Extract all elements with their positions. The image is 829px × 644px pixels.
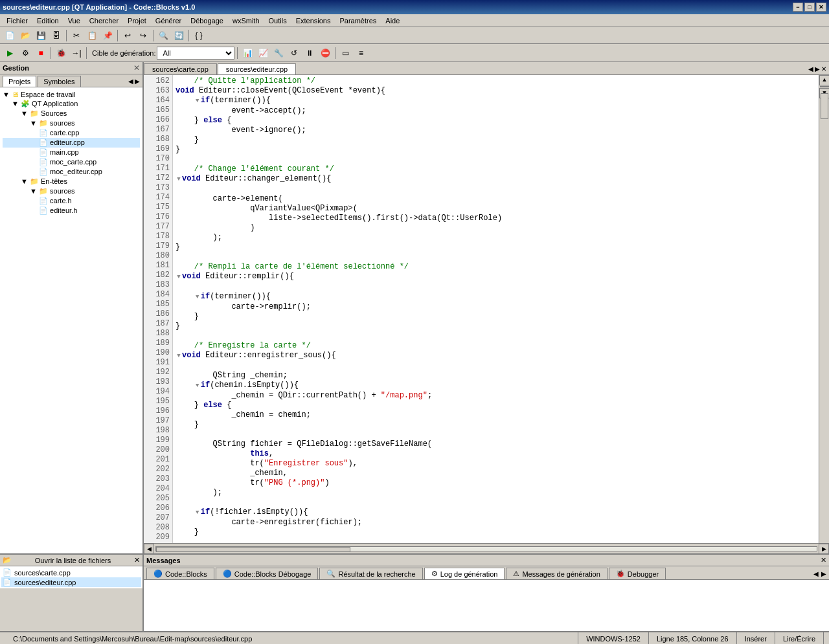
file-moc-editeur-icon: 📄 xyxy=(39,168,50,175)
tb-btn13[interactable]: ⛔ xyxy=(318,46,332,60)
tree-file-main[interactable]: 📄 main.cpp xyxy=(3,148,140,157)
messages-close[interactable]: ✕ xyxy=(821,556,826,564)
file-carte-icon: 📄 xyxy=(39,129,50,137)
step-button[interactable]: →| xyxy=(69,46,84,60)
copy-button[interactable]: 📋 xyxy=(85,28,99,43)
msg-tab-codeblocks[interactable]: 🔵 Code::Blocks xyxy=(146,568,214,579)
paste-button[interactable]: 📌 xyxy=(100,28,115,43)
msg-tab-messages[interactable]: ⚠ Messages de génération xyxy=(506,568,607,579)
msg-nav-right[interactable]: ▶ xyxy=(821,570,826,577)
messages-title: Messages xyxy=(146,557,181,564)
vscroll-up[interactable]: ▲ xyxy=(819,75,829,85)
hscroll-thumb[interactable] xyxy=(156,547,350,552)
tree-file-carte[interactable]: 📄 carte.cpp xyxy=(3,128,140,138)
stop-button[interactable]: ■ xyxy=(34,46,48,60)
tb-btn9[interactable]: 📈 xyxy=(256,46,270,60)
save-all-button[interactable]: 🗄 xyxy=(49,28,63,43)
cut-button[interactable]: ✂ xyxy=(69,28,84,43)
sep7 xyxy=(237,47,238,59)
hscroll-right[interactable]: ▶ xyxy=(819,544,829,554)
tab-nav-close[interactable]: ✕ xyxy=(821,65,826,72)
tab-carte[interactable]: sources\carte.cpp xyxy=(144,63,217,74)
opened-files-header: 📂 Ouvrir la liste de fichiers ✕ xyxy=(0,555,142,566)
gestion-header: Gestion ✕ xyxy=(0,62,142,74)
search-button[interactable]: 🔍 xyxy=(156,28,170,43)
build-target-select[interactable]: All xyxy=(157,47,234,60)
tree-headers-folder[interactable]: ▼ 📁 En-têtes xyxy=(3,177,140,186)
hscroll-track[interactable] xyxy=(155,546,817,551)
tab-symbols[interactable]: Symboles xyxy=(38,76,80,87)
tree-file-editeur-h[interactable]: 📄 editeur.h xyxy=(3,206,140,216)
menu-generer[interactable]: Générer xyxy=(152,16,185,26)
log-label: Log de génération xyxy=(440,570,498,578)
tree-file-moc-editeur[interactable]: 📄 moc_editeur.cpp xyxy=(3,167,140,177)
menu-chercher[interactable]: Chercher xyxy=(85,16,122,26)
opened-file-carte[interactable]: 📄 sources\carte.cpp xyxy=(1,568,141,577)
file-moc-carte-icon: 📄 xyxy=(39,158,50,166)
tree-file-moc-carte[interactable]: 📄 moc_carte.cpp xyxy=(3,157,140,167)
headers-sub-icon: 📁 xyxy=(39,187,48,195)
panel-nav-right[interactable]: ▶ xyxy=(135,78,140,85)
tree-file-carte-h[interactable]: 📄 carte.h xyxy=(3,196,140,206)
maximize-button[interactable]: □ xyxy=(804,3,815,12)
workspace-icon: ▼ xyxy=(3,91,12,98)
tb-btn14[interactable]: ▭ xyxy=(338,46,352,60)
tree-workspace[interactable]: ▼ 🖥 Espace de travail xyxy=(3,90,140,99)
tab-nav-right[interactable]: ▶ xyxy=(815,65,820,72)
code-content[interactable]: /* Quitte l'application */ void Editeur:… xyxy=(173,75,819,543)
log-icon: ⚙ xyxy=(431,570,438,578)
tab-editeur[interactable]: sources\editeur.cpp xyxy=(218,63,296,74)
tree-project[interactable]: ▼ 🧩 QT Application xyxy=(3,99,140,109)
gestion-title: Gestion xyxy=(3,64,29,72)
msg-tab-log[interactable]: ⚙ Log de génération xyxy=(424,568,505,579)
hscroll-left[interactable]: ◀ xyxy=(144,544,154,554)
run-button[interactable]: ▶ xyxy=(3,46,17,60)
menu-vue[interactable]: Vue xyxy=(64,16,84,26)
opened-files-close[interactable]: ✕ xyxy=(134,556,140,564)
menu-aide[interactable]: Aide xyxy=(381,16,403,26)
close-button[interactable]: ✕ xyxy=(816,3,826,12)
tree-sources-sub[interactable]: ▼ 📁 sources xyxy=(3,118,140,128)
menu-edition[interactable]: Edition xyxy=(33,16,63,26)
save-button[interactable]: 💾 xyxy=(34,28,48,43)
tb-btn15[interactable]: ≡ xyxy=(354,46,368,60)
msg-tab-debugger[interactable]: 🐞 Debugger xyxy=(609,568,666,579)
match-button[interactable]: { } xyxy=(192,28,206,43)
menu-extensions[interactable]: Extensions xyxy=(292,16,335,26)
new-button[interactable]: 📄 xyxy=(3,28,17,43)
tab-nav-left[interactable]: ◀ xyxy=(808,65,813,72)
replace-button[interactable]: 🔄 xyxy=(172,28,186,43)
menu-wxsmith[interactable]: wxSmith xyxy=(229,16,264,26)
menu-outils[interactable]: Outils xyxy=(265,16,291,26)
tab-projects[interactable]: Projets xyxy=(3,76,36,87)
tb-btn12[interactable]: ⏸ xyxy=(302,46,317,60)
minimize-button[interactable]: − xyxy=(793,3,803,12)
menu-projet[interactable]: Projet xyxy=(124,16,150,26)
tb-btn11[interactable]: ↺ xyxy=(287,46,301,60)
opened-file-editeur[interactable]: 📄 sources\editeur.cpp xyxy=(1,577,141,587)
tb-btn10[interactable]: 🔧 xyxy=(271,46,286,60)
headers-expand-icon: ▼ xyxy=(21,177,30,185)
debug-button[interactable]: 🐞 xyxy=(54,46,68,60)
editor-scrollbar[interactable]: ▲ ▼ xyxy=(819,75,829,543)
menu-parametres[interactable]: Paramètres xyxy=(335,16,380,26)
redo-button[interactable]: ↪ xyxy=(136,28,150,43)
gestion-close-button[interactable]: ✕ xyxy=(133,63,140,72)
msg-tab-debug[interactable]: 🔵 Code::Blocks Débogage xyxy=(216,568,319,579)
panel-nav-left[interactable]: ◀ xyxy=(128,78,133,85)
open-button[interactable]: 📂 xyxy=(18,28,32,43)
menu-fichier[interactable]: Fichier xyxy=(3,16,32,26)
tb-btn8[interactable]: 📊 xyxy=(240,46,255,60)
msg-nav-left[interactable]: ◀ xyxy=(813,570,819,577)
undo-button[interactable]: ↩ xyxy=(120,28,135,43)
build-button[interactable]: ⚙ xyxy=(18,46,32,60)
tree-headers-sub[interactable]: ▼ 📁 sources xyxy=(3,186,140,196)
tree-file-editeur[interactable]: 📄 editeur.cpp xyxy=(3,138,140,148)
vscroll-track[interactable] xyxy=(820,86,829,87)
project-expand-icon: ▼ xyxy=(12,100,21,107)
menu-debogage[interactable]: Débogage xyxy=(187,16,227,26)
vscroll-thumb[interactable] xyxy=(821,93,828,119)
msg-tab-search[interactable]: 🔍 Résultat de la recherche xyxy=(319,568,422,579)
tree-sources-folder[interactable]: ▼ 📁 Sources xyxy=(3,109,140,118)
code-container: 162 163 164 165 166 167 168 169 170 171 … xyxy=(144,75,829,543)
